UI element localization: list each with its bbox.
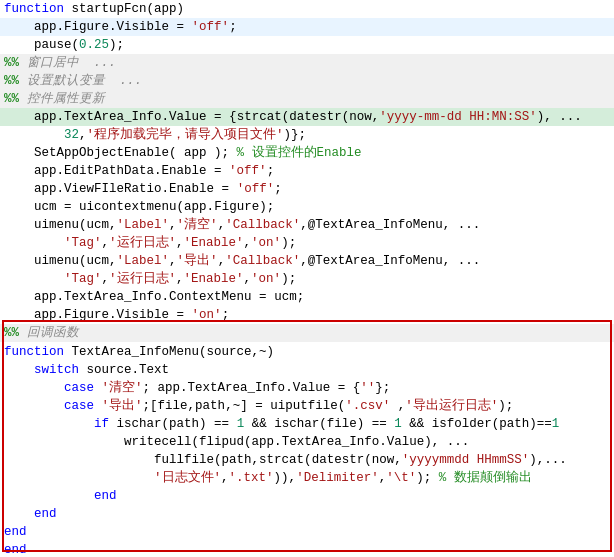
code-line: '日志文件','.txt')),'Delimiter','\t'); % 数据颠… [0, 469, 614, 487]
code-line: end [0, 487, 614, 505]
code-line: app.EditPathData.Enable = 'off'; [0, 162, 614, 180]
code-line: function TextArea_InfoMenu(source,~) [0, 343, 614, 361]
code-line-green: app.TextArea_Info.Value = {strcat(datest… [0, 108, 614, 126]
code-line: end [0, 541, 614, 557]
code-line: 'Tag','运行日志','Enable','on'); [0, 234, 614, 252]
code-line: switch source.Text [0, 361, 614, 379]
code-line: ucm = uicontextmenu(app.Figure); [0, 198, 614, 216]
code-line-section: %% 控件属性更新 [0, 90, 614, 108]
code-line: app.Figure.Visible = 'on'; [0, 306, 614, 324]
code-line: app.TextArea_Info.ContextMenu = ucm; [0, 288, 614, 306]
code-line: app.ViewFIleRatio.Enable = 'off'; [0, 180, 614, 198]
code-line-section: %% 回调函数 [0, 324, 614, 342]
code-line: fullfile(path,strcat(datestr(now,'yyyymm… [0, 451, 614, 469]
keyword: function [4, 0, 64, 18]
code-line-section: %% 设置默认变量 ... [0, 72, 614, 90]
code-line: if ischar(path) == 1 && ischar(file) == … [0, 415, 614, 433]
code-line-section: %% 窗口居中 ... [0, 54, 614, 72]
code-line: case '导出';[file,path,~] = uiputfile('.cs… [0, 397, 614, 415]
code-editor: function startupFcn(app) app.Figure.Visi… [0, 0, 614, 557]
code-line: 'Tag','运行日志','Enable','on'); [0, 270, 614, 288]
code-line: pause(0.25); [0, 36, 614, 54]
code-line: 32,'程序加载完毕，请导入项目文件')}; [0, 126, 614, 144]
code-line: end [0, 523, 614, 541]
code-line: SetAppObjectEnable( app ); % 设置控件的Enable [0, 144, 614, 162]
code-line: end [0, 505, 614, 523]
code-line: case '清空'; app.TextArea_Info.Value = {''… [0, 379, 614, 397]
code-line: function startupFcn(app) [0, 0, 614, 18]
code-line: writecell(flipud(app.TextArea_Info.Value… [0, 433, 614, 451]
code-line: uimenu(ucm,'Label','清空','Callback',@Text… [0, 216, 614, 234]
code-line: app.Figure.Visible = 'off'; [0, 18, 614, 36]
code-line: uimenu(ucm,'Label','导出','Callback',@Text… [0, 252, 614, 270]
